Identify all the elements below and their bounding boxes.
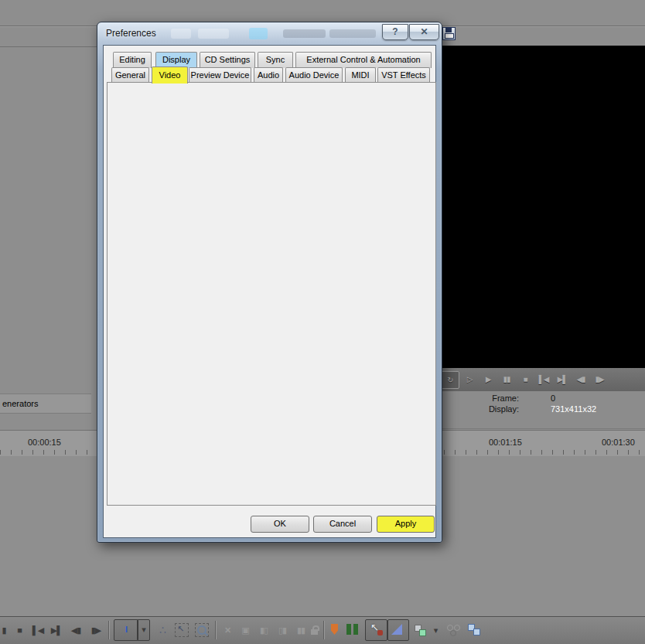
bottom-toolbar: ▮ ■ ▌◀ ▶▌ ◀▮ ▮▶ I ▾ ∴ ↖ ✕ ▣ ▮▯ ▯▮ ▮▮ ↖ ▾ <box>0 616 645 644</box>
tab-audio[interactable]: Audio <box>254 67 283 83</box>
titlebar-ghost <box>198 29 229 39</box>
ruler-time-left: 00:00:15 <box>28 438 61 447</box>
edit-tool-dropdown[interactable]: ▾ <box>137 619 150 641</box>
split-trim-right-button[interactable]: ▯▮ <box>274 622 291 639</box>
region-end-icon <box>353 624 358 635</box>
apply-button[interactable]: Apply <box>377 516 435 533</box>
next-frame-icon: ▮▶ <box>91 625 101 635</box>
tab-label: Video <box>159 70 181 80</box>
stop-button[interactable]: ■ <box>517 371 534 387</box>
go-to-end-icon: ▶▌ <box>558 375 568 383</box>
video-tab-page <box>107 82 436 506</box>
play-from-start-button[interactable]: ▷ <box>461 371 478 387</box>
tab-external-control[interactable]: External Control & Automation <box>295 52 432 68</box>
close-icon: ✕ <box>420 26 428 37</box>
ruler-time-right: 00:01:30 <box>602 438 635 447</box>
tab-midi[interactable]: MIDI <box>345 67 376 83</box>
loop-icon: ↻ <box>447 376 452 384</box>
tab-sync[interactable]: Sync <box>258 52 293 68</box>
auto-ripple-icon <box>391 624 402 635</box>
titlebar-ghost <box>171 29 191 39</box>
stop-button[interactable]: ■ <box>11 622 28 639</box>
enable-snapping-button[interactable]: ↖ <box>365 619 387 641</box>
tab-label: Audio Device <box>289 70 340 80</box>
loop-playback-button[interactable]: ↻ <box>441 371 459 389</box>
marker-icon <box>331 624 338 635</box>
close-button[interactable]: ✕ <box>409 24 439 40</box>
tab-cd-settings[interactable]: CD Settings <box>200 52 255 68</box>
select-events-to-end-button[interactable] <box>467 622 484 639</box>
previous-frame-button[interactable]: ◀▮ <box>572 371 589 387</box>
display-label: Display: <box>484 404 519 414</box>
split-trim-left-button[interactable]: ▮▯ <box>255 622 272 639</box>
tab-label: Sync <box>266 55 285 64</box>
go-to-start-icon: ▌◀ <box>32 625 43 635</box>
tab-editing[interactable]: Editing <box>113 52 152 68</box>
pause-button[interactable]: ▮▮ <box>498 371 515 387</box>
selection-tool-button[interactable]: ↖ <box>175 623 189 637</box>
zoom-tool-button[interactable] <box>195 623 209 637</box>
pause-icon: ▮▮ <box>503 375 510 383</box>
previous-frame-icon: ◀▮ <box>71 625 81 635</box>
split-event-button[interactable]: ▮▮ <box>292 622 309 639</box>
titlebar-ghost <box>283 29 326 38</box>
delete-button[interactable]: ✕ <box>220 622 235 639</box>
toolbar-separator <box>323 621 324 639</box>
trim-event-button[interactable]: ▣ <box>237 622 254 639</box>
auto-ripple-button[interactable] <box>387 619 409 641</box>
insert-region-button[interactable] <box>346 622 362 639</box>
selection-tool-icon: ↖ <box>177 624 184 634</box>
generators-tab[interactable]: enerators <box>0 394 91 414</box>
next-frame-button[interactable]: ▮▶ <box>87 622 105 639</box>
tab-preview-device[interactable]: Preview Device <box>189 67 251 83</box>
tab-video[interactable]: Video <box>152 66 188 83</box>
tab-label: External Control & Automation <box>306 55 420 64</box>
ruler-time-mid: 00:01:15 <box>489 438 522 447</box>
tab-label: Preview Device <box>191 70 250 80</box>
pause-icon: ▮ <box>2 625 5 635</box>
envelope-tool-button[interactable]: ∴ <box>153 622 172 639</box>
chevron-down-icon: ▾ <box>434 625 438 635</box>
tab-label: CD Settings <box>205 55 251 64</box>
go-to-end-button[interactable]: ▶▌ <box>554 371 571 387</box>
tab-vst-effects[interactable]: VST Effects <box>377 67 430 83</box>
go-to-end-button[interactable]: ▶▌ <box>48 622 65 639</box>
previous-frame-button[interactable]: ◀▮ <box>67 622 85 639</box>
envelope-tool-icon: ∴ <box>159 624 166 636</box>
play-button[interactable]: ▶ <box>479 371 497 387</box>
pause-button[interactable]: ▮ <box>0 622 8 639</box>
ok-button[interactable]: OK <box>251 516 309 533</box>
go-to-start-button[interactable]: ▌◀ <box>535 371 552 387</box>
save-icon-shutter <box>445 28 452 32</box>
insert-envelope-button[interactable] <box>413 622 430 639</box>
envelope-dropdown[interactable]: ▾ <box>430 622 441 639</box>
tab-label: Audio <box>258 70 279 80</box>
tab-general[interactable]: General <box>111 67 149 83</box>
chevron-down-icon: ▾ <box>138 621 149 638</box>
preview-transport-bar: ↻ ▷ ▶ ▮▮ ■ ▌◀ ▶▌ ◀▮ ▮▶ <box>438 368 645 392</box>
next-frame-icon: ▮▶ <box>595 375 603 383</box>
ignore-event-grouping-button[interactable] <box>447 623 464 639</box>
normal-edit-tool-button[interactable]: I <box>114 619 138 641</box>
grouping-lock-icon <box>450 630 456 636</box>
video-preview-screen <box>438 46 645 368</box>
play-from-start-icon: ▷ <box>467 375 473 383</box>
events-square-icon <box>473 629 480 635</box>
dialog-title: Preferences <box>106 28 156 39</box>
titlebar-ghost <box>329 29 376 38</box>
tab-display[interactable]: Display <box>155 52 197 68</box>
play-icon: ▶ <box>486 375 491 383</box>
save-icon[interactable] <box>442 27 456 40</box>
generators-label: enerators <box>2 398 38 409</box>
help-button[interactable]: ? <box>382 24 408 40</box>
snapping-magnet-icon <box>377 630 383 635</box>
tab-label: Display <box>162 55 190 64</box>
insert-marker-button[interactable] <box>331 622 342 639</box>
magnifier-icon <box>197 625 206 635</box>
go-to-start-button[interactable]: ▌◀ <box>29 622 46 639</box>
lock-event-button[interactable] <box>308 622 322 639</box>
tab-audio-device[interactable]: Audio Device <box>285 67 343 83</box>
cancel-button[interactable]: Cancel <box>313 516 372 533</box>
next-frame-button[interactable]: ▮▶ <box>591 371 608 387</box>
split-right-icon: ▯▮ <box>278 625 286 635</box>
